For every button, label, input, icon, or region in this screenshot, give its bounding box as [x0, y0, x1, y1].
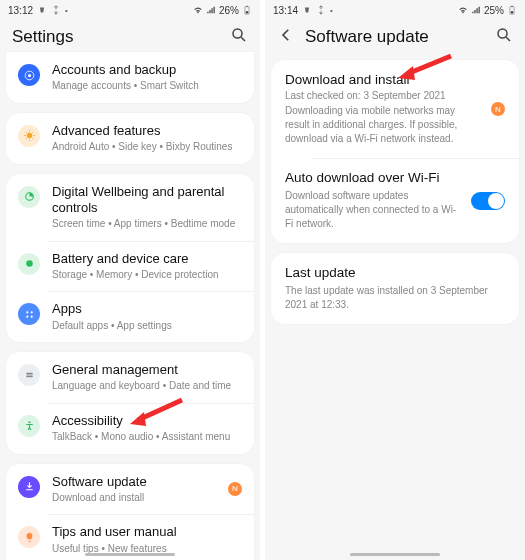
software-update-header: Software update — [265, 18, 525, 58]
status-bar: 13:12 • 26% — [0, 0, 260, 18]
svg-point-8 — [26, 311, 28, 313]
accounts-icon — [18, 64, 40, 86]
svg-point-9 — [30, 311, 32, 313]
svg-rect-2 — [246, 6, 248, 7]
item-sub: Default apps • App settings — [52, 319, 242, 333]
update-card-main: Download and install Last checked on: 3 … — [271, 60, 519, 243]
phone-settings: 13:12 • 26% Settings — [0, 0, 260, 560]
item-sub: Android Auto • Side key • Bixby Routines — [52, 140, 242, 154]
item-title: Accounts and backup — [52, 62, 242, 78]
item-sub: Storage • Memory • Device protection — [52, 268, 242, 282]
svg-rect-20 — [511, 6, 513, 7]
status-dot: • — [330, 6, 333, 15]
settings-group-device: Digital Wellbeing and parental controls … — [6, 174, 254, 343]
item-title: Battery and device care — [52, 251, 242, 267]
status-time: 13:12 — [8, 5, 33, 16]
wifi-icon — [458, 5, 468, 15]
sync-up-icon — [51, 5, 61, 15]
settings-item-accounts[interactable]: Accounts and backup Manage accounts • Sm… — [6, 52, 254, 103]
update-card-last: Last update The last update was installe… — [271, 253, 519, 324]
svg-point-21 — [498, 29, 507, 38]
settings-item-advanced[interactable]: Advanced features Android Auto • Side ke… — [6, 113, 254, 164]
item-title: Software update — [52, 474, 216, 490]
item-sub: The last update was installed on 3 Septe… — [285, 284, 505, 312]
item-title: Accessibility — [52, 413, 242, 429]
phone-software-update: 13:14 • 25% Software update — [265, 0, 525, 560]
svg-point-11 — [30, 315, 32, 317]
accessibility-icon — [18, 415, 40, 437]
battery-icon — [242, 5, 252, 15]
settings-group-about: Software update Download and install N T… — [6, 464, 254, 561]
item-sub: Manage accounts • Smart Switch — [52, 79, 242, 93]
settings-item-wellbeing[interactable]: Digital Wellbeing and parental controls … — [6, 174, 254, 241]
signal-icon — [206, 5, 216, 15]
settings-item-software-update[interactable]: Software update Download and install N — [6, 464, 254, 515]
item-sub: TalkBack • Mono audio • Assistant menu — [52, 430, 242, 444]
download-and-install[interactable]: Download and install Last checked on: 3 … — [271, 60, 519, 158]
item-sub: Language and keyboard • Date and time — [52, 379, 242, 393]
item-sub: Download software updates automatically … — [285, 189, 459, 231]
svg-point-4 — [27, 73, 30, 76]
item-title: Advanced features — [52, 123, 242, 139]
signal-icon — [471, 5, 481, 15]
status-dot: • — [65, 6, 68, 15]
software-update-icon — [18, 476, 40, 498]
wellbeing-icon — [18, 186, 40, 208]
page-title: Software update — [305, 27, 485, 47]
settings-item-accessibility[interactable]: Accessibility TalkBack • Mono audio • As… — [6, 403, 254, 454]
tips-icon — [18, 526, 40, 548]
item-title: Tips and user manual — [52, 524, 242, 540]
item-title: General management — [52, 362, 242, 378]
app-icon — [302, 5, 312, 15]
home-indicator[interactable] — [85, 553, 175, 556]
home-indicator[interactable] — [350, 553, 440, 556]
settings-group-accounts: Accounts and backup Manage accounts • Sm… — [6, 52, 254, 103]
item-checked: Last checked on: 3 September 2021 — [285, 89, 479, 103]
item-sub: Screen time • App timers • Bedtime mode — [52, 217, 242, 231]
svg-rect-13 — [26, 375, 33, 377]
svg-point-3 — [233, 29, 242, 38]
wifi-toggle[interactable] — [471, 192, 505, 210]
search-icon[interactable] — [230, 26, 248, 48]
item-title: Last update — [285, 265, 505, 282]
last-update[interactable]: Last update The last update was installe… — [271, 253, 519, 324]
general-icon — [18, 364, 40, 386]
settings-item-battery[interactable]: Battery and device care Storage • Memory… — [6, 241, 254, 292]
app-icon — [37, 5, 47, 15]
battery-icon — [507, 5, 517, 15]
svg-point-14 — [28, 421, 30, 423]
status-bar: 13:14 • 25% — [265, 0, 525, 18]
search-icon[interactable] — [495, 26, 513, 48]
item-title: Digital Wellbeing and parental controls — [52, 184, 242, 217]
new-badge: N — [228, 482, 242, 496]
item-title: Auto download over Wi-Fi — [285, 170, 459, 187]
wifi-icon — [193, 5, 203, 15]
settings-group-general: General management Language and keyboard… — [6, 352, 254, 454]
item-title: Download and install — [285, 72, 479, 89]
new-badge: N — [491, 102, 505, 116]
apps-icon — [18, 303, 40, 325]
sync-up-icon — [316, 5, 326, 15]
settings-item-apps[interactable]: Apps Default apps • App settings — [6, 291, 254, 342]
settings-item-general[interactable]: General management Language and keyboard… — [6, 352, 254, 403]
back-icon[interactable] — [277, 26, 295, 48]
svg-point-7 — [26, 260, 33, 267]
battery-care-icon — [18, 253, 40, 275]
item-title: Apps — [52, 301, 242, 317]
svg-point-10 — [26, 315, 28, 317]
svg-rect-1 — [246, 11, 249, 13]
advanced-icon — [18, 125, 40, 147]
svg-rect-12 — [26, 372, 33, 374]
item-note: Downloading via mobile networks may resu… — [285, 104, 479, 146]
svg-rect-19 — [511, 11, 514, 13]
status-battery: 26% — [219, 5, 239, 16]
status-time: 13:14 — [273, 5, 298, 16]
item-sub: Download and install — [52, 491, 216, 505]
page-title: Settings — [12, 27, 220, 47]
auto-download-wifi[interactable]: Auto download over Wi-Fi Download softwa… — [271, 158, 519, 243]
status-battery: 25% — [484, 5, 504, 16]
settings-group-advanced: Advanced features Android Auto • Side ke… — [6, 113, 254, 164]
svg-point-5 — [26, 133, 31, 138]
